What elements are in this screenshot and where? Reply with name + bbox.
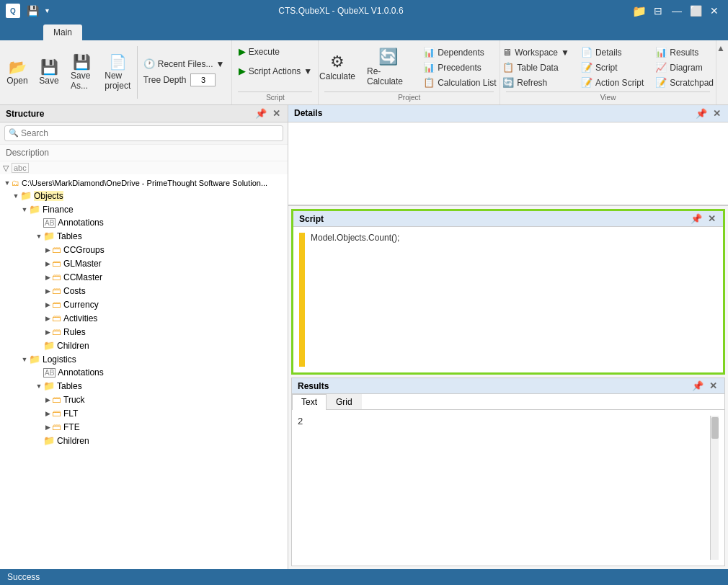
list-item[interactable]: ▶ AB Annotations xyxy=(0,366,288,379)
list-item[interactable]: ▶ 🗃 FTE xyxy=(0,420,288,434)
folder-icon: 📁 xyxy=(43,231,55,241)
window-controls: 📁 ⊟ — ⬜ ✕ xyxy=(631,3,722,19)
list-item[interactable]: ▶ 🗃 Activities xyxy=(0,311,288,325)
recent-files-button[interactable]: 🕐 Recent Files... ▼ xyxy=(139,57,229,71)
list-item[interactable]: ▶ 🗃 Currency xyxy=(0,298,288,311)
details-panel: Details 📌 ✕ xyxy=(288,105,728,206)
tree-arrow[interactable]: ▶ xyxy=(43,424,52,431)
diagram-button[interactable]: 📈 Diagram xyxy=(651,61,718,74)
tree-arrow[interactable]: ▼ xyxy=(20,356,29,363)
list-item[interactable]: ▼ 📁 Logistics xyxy=(0,352,288,366)
tree-arrow[interactable]: ▶ xyxy=(43,260,52,267)
list-item[interactable]: ▶ 📁 Children xyxy=(0,339,288,352)
scratchpad-button[interactable]: 📝 Scratchpad xyxy=(651,76,718,89)
tree-arrow[interactable]: ▼ xyxy=(35,383,43,390)
pin-structure-btn[interactable]: 📌 xyxy=(254,108,268,119)
maximize-btn[interactable]: ⬜ xyxy=(688,3,703,19)
pin-details-btn[interactable]: 📌 xyxy=(694,108,709,119)
recent-icon: 🕐 xyxy=(143,58,155,69)
tree-arrow[interactable]: ▶ xyxy=(43,410,52,417)
action-script-button[interactable]: 📝 Action Script xyxy=(577,76,648,89)
folder-icon: 📁 xyxy=(43,380,55,391)
tree-container[interactable]: ▼ 🗂 C:\Users\MarkDiamond\OneDrive - Prim… xyxy=(0,174,288,569)
close-structure-btn[interactable]: ✕ xyxy=(271,108,282,119)
ribbon-collapse[interactable]: ▲ xyxy=(716,40,728,104)
tree-label: Children xyxy=(57,341,89,351)
refresh-button[interactable]: 🔄 Refresh xyxy=(498,76,574,89)
list-item[interactable]: ▶ 🗃 Rules xyxy=(0,325,288,339)
open-button[interactable]: 📂 Open xyxy=(3,57,32,89)
results-scrollbar[interactable] xyxy=(710,416,719,560)
calculate-button[interactable]: ⚙ Calculate xyxy=(318,51,357,84)
list-item[interactable]: ▶ 🗃 FLT xyxy=(0,406,288,420)
recalculate-button[interactable]: 🔄 Re-Calculate xyxy=(363,46,413,89)
folder-icon: 📁 xyxy=(43,435,55,446)
minimize-btn[interactable]: — xyxy=(669,3,685,19)
results-button[interactable]: 📊 Results xyxy=(651,45,718,59)
table-icon: 🗃 xyxy=(52,299,61,310)
list-item[interactable]: ▶ 🗃 CCGroups xyxy=(0,243,288,256)
list-item[interactable]: ▶ 📁 Children xyxy=(0,434,288,447)
pin-results-btn[interactable]: 📌 xyxy=(691,380,705,391)
precedents-button[interactable]: 📊 Precedents xyxy=(419,61,500,74)
tree-arrow[interactable]: ▶ xyxy=(43,329,52,336)
qa-save-btn[interactable]: 💾 xyxy=(25,4,41,18)
list-item[interactable]: ▼ 📁 Objects xyxy=(0,189,288,202)
new-project-button[interactable]: 📄 New project xyxy=(100,52,136,94)
list-item[interactable]: ▶ AB Annotations xyxy=(0,216,288,229)
results-value: 2 xyxy=(298,416,303,427)
scroll-thumb[interactable] xyxy=(711,417,719,439)
execute-button[interactable]: ▶ Execute xyxy=(233,43,285,60)
search-input[interactable] xyxy=(4,125,283,141)
list-item[interactable]: ▶ 🗃 CCMaster xyxy=(0,270,288,284)
save-as-button[interactable]: 💾 Save As... xyxy=(66,52,97,94)
tab-main[interactable]: Main xyxy=(43,24,82,40)
list-item[interactable]: ▶ 🗃 Truck xyxy=(0,393,288,406)
qa-dropdown-btn[interactable]: ▼ xyxy=(44,7,50,14)
tree-arrow[interactable]: ▶ xyxy=(43,274,52,281)
pin-script-btn[interactable]: 📌 xyxy=(689,213,703,224)
calculation-list-button[interactable]: 📋 Calculation List xyxy=(419,76,500,89)
tab-text[interactable]: Text xyxy=(292,394,327,410)
close-results-btn[interactable]: ✕ xyxy=(708,380,719,391)
tree-arrow[interactable]: ▶ xyxy=(43,246,52,254)
details-button[interactable]: 📄 Details xyxy=(577,45,648,59)
script-btn[interactable]: 📝 Script xyxy=(577,61,648,74)
folder-icon[interactable]: 📁 xyxy=(631,3,647,19)
workspace-button[interactable]: 🖥 Workspace ▼ xyxy=(498,45,574,59)
tree-root[interactable]: ▼ 🗂 C:\Users\MarkDiamond\OneDrive - Prim… xyxy=(0,177,288,189)
table-data-button[interactable]: 📋 Table Data xyxy=(498,61,574,74)
script-actions-button[interactable]: ▶ Script Actions ▼ xyxy=(233,63,319,79)
tree-label: Tables xyxy=(57,231,82,241)
project-group-label: Project xyxy=(324,91,494,102)
restore-btn[interactable]: ⊟ xyxy=(650,3,666,19)
tree-arrow[interactable]: ▶ xyxy=(43,315,52,322)
save-button[interactable]: 💾 Save xyxy=(35,57,63,89)
tree-depth-input[interactable] xyxy=(190,73,216,86)
dependents-button[interactable]: 📊 Dependents xyxy=(419,45,500,59)
new-project-icon: 📄 xyxy=(109,55,127,69)
tree-arrow-root[interactable]: ▼ xyxy=(3,179,12,187)
structure-title: Structure xyxy=(6,109,44,119)
list-item[interactable]: ▶ 🗃 Costs xyxy=(0,284,288,298)
project-col: 📊 Dependents 📊 Precedents 📋 Calculation … xyxy=(419,45,500,89)
close-btn[interactable]: ✕ xyxy=(706,3,722,19)
tab-grid[interactable]: Grid xyxy=(327,394,362,409)
ribbon-group-view: 🖥 Workspace ▼ 📋 Table Data 🔄 Refresh 📄 D… xyxy=(500,40,716,104)
tree-arrow[interactable]: ▶ xyxy=(43,301,52,308)
list-item[interactable]: ▼ 📁 Tables xyxy=(0,229,288,243)
tree-arrow[interactable]: ▼ xyxy=(20,206,29,213)
tree-arrow[interactable]: ▼ xyxy=(35,233,43,240)
ribbon: 📂 Open 💾 Save 💾 Save As... 📄 New project… xyxy=(0,40,728,105)
list-item[interactable]: ▼ 📁 Tables xyxy=(0,379,288,393)
list-item[interactable]: ▶ 🗃 GLMaster xyxy=(0,256,288,270)
tree-arrow[interactable]: ▶ xyxy=(43,396,52,403)
tree-arrow[interactable]: ▼ xyxy=(12,192,20,200)
results-icon: 📊 xyxy=(655,47,667,58)
list-item[interactable]: ▼ 📁 Finance xyxy=(0,202,288,216)
root-label: C:\Users\MarkDiamond\OneDrive - PrimeTho… xyxy=(22,179,267,187)
close-details-btn[interactable]: ✕ xyxy=(711,108,722,119)
close-script-btn[interactable]: ✕ xyxy=(706,213,717,224)
script-content[interactable]: Model.Objects.Count(); xyxy=(293,227,723,372)
tree-arrow[interactable]: ▶ xyxy=(43,287,52,295)
